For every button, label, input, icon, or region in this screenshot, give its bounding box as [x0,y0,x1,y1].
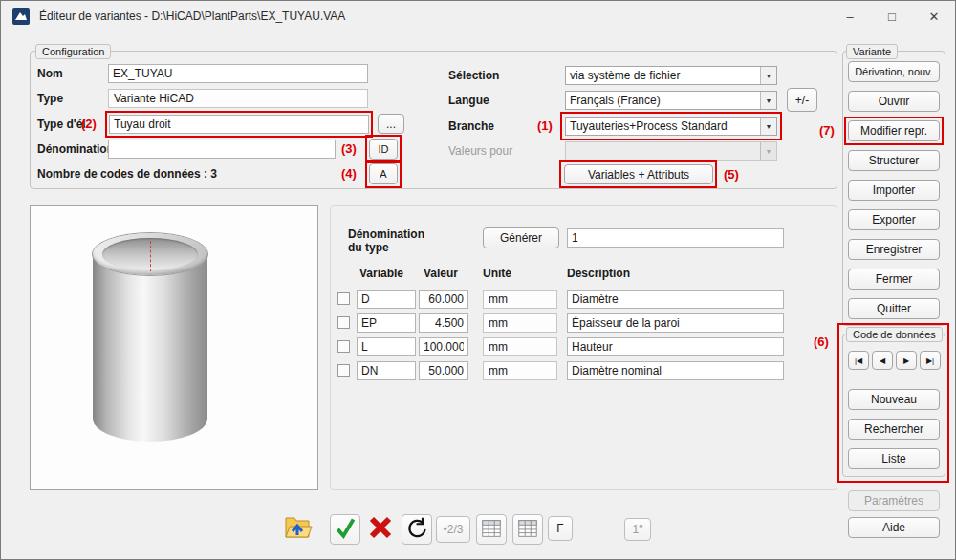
type-el-input[interactable] [109,115,369,134]
structurer-button[interactable]: Structurer [848,150,940,171]
undo-button[interactable] [402,514,432,545]
f-button[interactable]: F [548,516,573,541]
ouvrir-button[interactable]: Ouvrir [848,91,940,112]
pipe-3d-preview [93,233,207,461]
selection-dropdown[interactable]: via système de fichier ▼ [565,66,777,85]
variable-checkbox[interactable] [337,340,350,353]
variable-name-input[interactable] [357,361,416,380]
modifier-repr-button[interactable]: Modifier repr. [848,120,940,141]
nav-prev-button[interactable]: ◀ [872,351,893,370]
plus-minus-button[interactable]: +/- [787,88,817,112]
confirm-button[interactable] [330,514,360,545]
check-icon [334,517,357,543]
branche-dropdown[interactable]: Tuyauteries+Process Standard ▼ [565,117,777,136]
variable-checkbox[interactable] [337,316,350,329]
nav-first-button[interactable]: |◀ [848,351,869,370]
quitter-button[interactable]: Quitter [848,298,940,319]
denomination-input[interactable] [108,140,336,159]
variable-value-input[interactable] [419,313,468,333]
importer-button[interactable]: Importer [848,180,940,201]
chevron-down-icon: ▼ [760,67,776,84]
denomination-label: Dénomination [37,142,114,156]
fermer-button[interactable]: Fermer [848,269,940,290]
undo-icon [405,517,428,543]
branche-label: Branche [448,119,494,133]
variable-name-input[interactable] [357,313,416,333]
annotation-1: (1) [537,118,553,133]
annotation-2: (2) [81,117,97,131]
variable-unit-field: mm [483,290,557,309]
variable-checkbox[interactable] [337,292,350,305]
id-button[interactable]: ID [369,139,398,160]
x-icon [366,513,395,545]
variable-value-input[interactable] [419,290,468,309]
rechercher-button[interactable]: Rechercher [848,419,940,440]
nom-label: Nom [37,67,63,80]
langue-dropdown[interactable]: Français (France) ▼ [565,91,777,110]
column-header-unite: Unité [483,267,511,280]
variable-unit-field: mm [483,337,557,356]
denomination-type-input[interactable] [567,228,784,248]
variable-description-input[interactable] [567,361,784,380]
denomination-type-label-line2: du type [348,241,389,254]
annotation-4: (4) [341,166,357,181]
attribute-a-button[interactable]: A [369,163,398,184]
variable-value-input[interactable] [419,361,468,380]
chevron-down-icon: ▼ [760,92,776,109]
browse-ellipsis-button[interactable]: ... [378,114,404,134]
configuration-group-label: Configuration [35,44,111,59]
nav-last-button[interactable]: ▶| [920,351,941,370]
pipe-body [93,254,207,442]
variables-attributs-button[interactable]: Variables + Attributs [564,164,713,184]
exporter-button[interactable]: Exporter [848,209,940,230]
maximize-button[interactable]: □ [871,1,913,32]
selection-label: Sélection [448,69,499,82]
open-folder-button[interactable] [280,511,315,546]
column-header-valeur: Valeur [424,267,458,280]
generer-button[interactable]: Générer [483,227,559,248]
enregistrer-button[interactable]: Enregistrer [848,239,940,260]
page-indicator-button[interactable]: •2/3 [436,516,470,543]
pipe-axis-line [150,241,151,271]
variable-checkbox[interactable] [337,364,350,377]
variable-name-input[interactable] [357,337,416,356]
parametres-button: Paramètres [848,490,940,511]
variable-description-input[interactable] [567,337,784,356]
chevron-down-icon: ▼ [760,142,776,160]
variable-value-input[interactable] [419,337,468,356]
langue-label: Langue [448,94,489,107]
variable-description-input[interactable] [567,313,784,333]
table-view-button-1[interactable] [476,514,507,545]
column-header-variable: Variable [359,267,403,280]
chevron-down-icon: ▼ [760,118,776,135]
table-view-button-2[interactable] [512,514,543,545]
annotation-3: (3) [341,141,357,156]
variable-name-input[interactable] [357,290,416,309]
annotation-5: (5) [724,167,739,182]
cancel-button[interactable] [364,512,397,545]
valeurs-pour-dropdown: ▼ [565,141,777,161]
liste-button[interactable]: Liste [848,448,940,469]
preview-panel [30,205,318,490]
page-indicator: •2/3 [444,523,464,536]
valeurs-pour-label: Valeurs pour [448,144,512,158]
app-icon [12,8,30,25]
nom-input[interactable] [108,64,368,83]
variante-group-label: Variante [846,44,898,59]
variable-unit-field: mm [483,361,557,380]
annotation-6: (6) [814,334,829,349]
type-label: Type [37,92,63,105]
annotation-7: (7) [819,123,835,138]
table-icon [480,517,503,543]
variable-description-input[interactable] [567,290,784,309]
inch-button: 1" [624,518,651,541]
derivation-nouv-button[interactable]: Dérivation, nouv. [848,61,940,82]
table-icon [516,517,539,543]
nav-next-button[interactable]: ▶ [896,351,917,370]
window-title: Éditeur de variantes - D:\HiCAD\PlantPar… [39,1,345,32]
nouveau-button[interactable]: Nouveau [848,389,940,410]
variant-editor-window: Éditeur de variantes - D:\HiCAD\PlantPar… [0,0,956,560]
aide-button[interactable]: Aide [848,517,940,538]
minimize-button[interactable]: – [829,1,871,32]
close-button[interactable]: ✕ [913,1,955,32]
